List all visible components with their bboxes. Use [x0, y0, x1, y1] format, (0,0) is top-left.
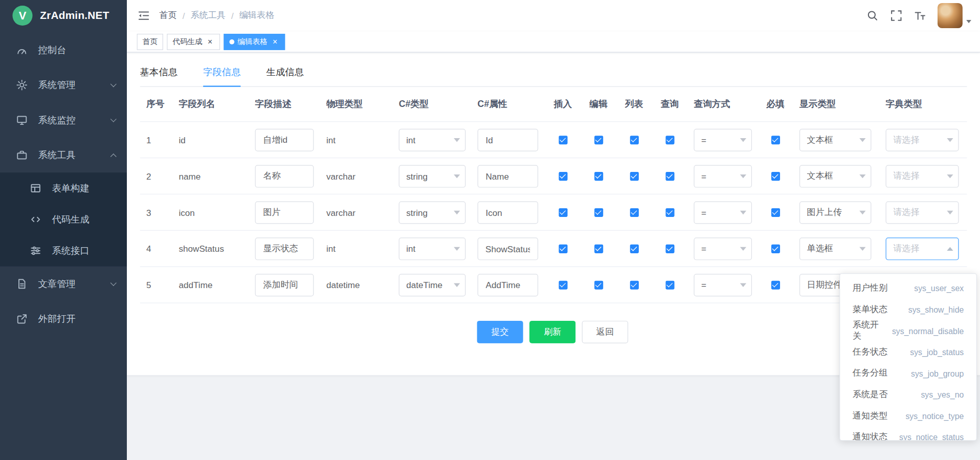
dict-option[interactable]: 通知状态sys_notice_status [840, 426, 976, 441]
dict-option[interactable]: 通知类型sys_notice_type [840, 405, 976, 427]
tag-close-icon[interactable]: × [271, 37, 279, 46]
submit-button[interactable]: 提交 [477, 321, 523, 343]
required-checkbox[interactable] [771, 280, 779, 289]
insert-checkbox[interactable] [559, 136, 567, 144]
sidebar-item-toolbox[interactable]: 系统工具 [0, 138, 127, 172]
required-checkbox[interactable] [771, 208, 779, 216]
dict-type-select[interactable]: 请选择 [886, 201, 959, 224]
query-mode-select[interactable]: = [694, 274, 752, 296]
dict-type-select[interactable]: 请选择 [886, 165, 959, 187]
font-size-icon[interactable] [914, 9, 926, 21]
list-checkbox[interactable] [630, 244, 638, 253]
query-checkbox[interactable] [665, 171, 674, 180]
sidebar-item-document[interactable]: 文章管理 [0, 267, 127, 301]
breadcrumb-item[interactable]: 首页 [160, 10, 177, 21]
csharp-prop-input[interactable] [478, 274, 539, 296]
tab-field-info[interactable]: 字段信息 [203, 67, 240, 86]
dict-option[interactable]: 系统开关sys_normal_disable [840, 320, 976, 342]
csharp-type-select[interactable]: int [399, 237, 466, 260]
table-cell [471, 274, 545, 296]
insert-checkbox[interactable] [559, 244, 567, 253]
dict-option[interactable]: 任务分组sys_job_group [840, 363, 976, 384]
table-row: 1idintint=文本框请选择 [140, 122, 967, 158]
insert-checkbox[interactable] [559, 280, 567, 289]
sidebar-item-form[interactable]: 表单构建 [0, 172, 127, 204]
dict-option[interactable]: 任务状态sys_job_status [840, 341, 976, 363]
required-checkbox[interactable] [771, 244, 779, 253]
edit-checkbox[interactable] [594, 280, 603, 289]
sidebar-item-gear[interactable]: 系统管理 [0, 68, 127, 102]
csharp-prop-input[interactable] [478, 201, 539, 224]
user-avatar[interactable] [938, 3, 971, 28]
field-desc-input[interactable] [255, 201, 314, 224]
sidebar-item-external-link[interactable]: 外部打开 [0, 301, 127, 336]
search-icon[interactable] [866, 9, 879, 21]
required-checkbox[interactable] [771, 171, 779, 180]
dict-type-select[interactable]: 请选择 [886, 237, 959, 260]
table-cell [758, 171, 793, 180]
query-checkbox[interactable] [665, 244, 674, 253]
fullscreen-icon[interactable] [890, 9, 902, 21]
cell-field-name: id [172, 135, 249, 145]
dict-option-value: sys_notice_type [905, 411, 964, 420]
menu-fold-icon[interactable] [127, 9, 160, 21]
query-mode-select[interactable]: = [694, 201, 752, 224]
list-checkbox[interactable] [630, 171, 638, 180]
list-checkbox[interactable] [630, 136, 638, 144]
csharp-type-select[interactable]: dateTime [399, 274, 466, 296]
dict-option[interactable]: 用户性别sys_user_sex [840, 278, 976, 299]
display-type-select[interactable]: 图片上传 [799, 201, 872, 224]
display-type-select[interactable]: 单选框 [799, 237, 872, 260]
display-type-select[interactable]: 文本框 [799, 128, 872, 151]
display-type-select[interactable]: 文本框 [799, 165, 872, 187]
dict-option[interactable]: 菜单状态sys_show_hide [840, 299, 976, 320]
query-mode-select[interactable]: = [694, 165, 752, 187]
query-checkbox[interactable] [665, 136, 674, 144]
select-value: 文本框 [807, 170, 833, 182]
edit-checkbox[interactable] [594, 171, 603, 180]
list-checkbox[interactable] [630, 208, 638, 216]
list-checkbox[interactable] [630, 280, 638, 289]
edit-checkbox[interactable] [594, 244, 603, 253]
field-desc-input[interactable] [255, 237, 314, 260]
csharp-prop-input[interactable] [478, 128, 539, 151]
edit-checkbox[interactable] [594, 208, 603, 216]
table-row: 4showStatusintint=单选框请选择 [140, 231, 967, 267]
sidebar-item-code[interactable]: 代码生成 [0, 204, 127, 235]
sidebar-item-dashboard[interactable]: 控制台 [0, 33, 127, 68]
dict-option[interactable]: 系统是否sys_yes_no [840, 384, 976, 405]
query-checkbox[interactable] [665, 208, 674, 216]
field-desc-input[interactable] [255, 165, 314, 187]
csharp-prop-input[interactable] [478, 237, 539, 260]
required-checkbox[interactable] [771, 136, 779, 144]
csharp-type-select[interactable]: string [399, 165, 466, 187]
back-button[interactable]: 返回 [582, 321, 628, 343]
tag-home[interactable]: 首页 [137, 33, 163, 50]
query-checkbox[interactable] [665, 280, 674, 289]
sidebar-item-monitor[interactable]: 系统监控 [0, 102, 127, 137]
edit-checkbox[interactable] [594, 136, 603, 144]
refresh-button[interactable]: 刷新 [529, 321, 575, 343]
cell-physical-type: varchar [320, 207, 393, 217]
insert-checkbox[interactable] [559, 208, 567, 216]
table-cell [652, 136, 688, 144]
csharp-type-select[interactable]: string [399, 201, 466, 224]
insert-checkbox[interactable] [559, 171, 567, 180]
query-mode-select[interactable]: = [694, 128, 752, 151]
table-cell: int [392, 237, 471, 260]
tab-basic-info[interactable]: 基本信息 [140, 67, 177, 86]
csharp-type-select[interactable]: int [399, 128, 466, 151]
sidebar-item-api[interactable]: 系统接口 [0, 235, 127, 266]
field-desc-input[interactable] [255, 274, 314, 296]
tag-close-icon[interactable]: × [206, 37, 214, 46]
csharp-prop-input[interactable] [478, 165, 539, 187]
tag-edit-table[interactable]: 编辑表格× [224, 33, 285, 50]
query-mode-select[interactable]: = [694, 237, 752, 260]
field-desc-input[interactable] [255, 128, 314, 151]
dict-type-select[interactable]: 请选择 [886, 128, 959, 151]
select-value: dateTime [406, 280, 442, 290]
tab-generate-info[interactable]: 生成信息 [266, 67, 304, 86]
table-cell [758, 280, 793, 289]
tag-code-generation[interactable]: 代码生成× [167, 33, 220, 50]
avatar-image [938, 3, 963, 28]
